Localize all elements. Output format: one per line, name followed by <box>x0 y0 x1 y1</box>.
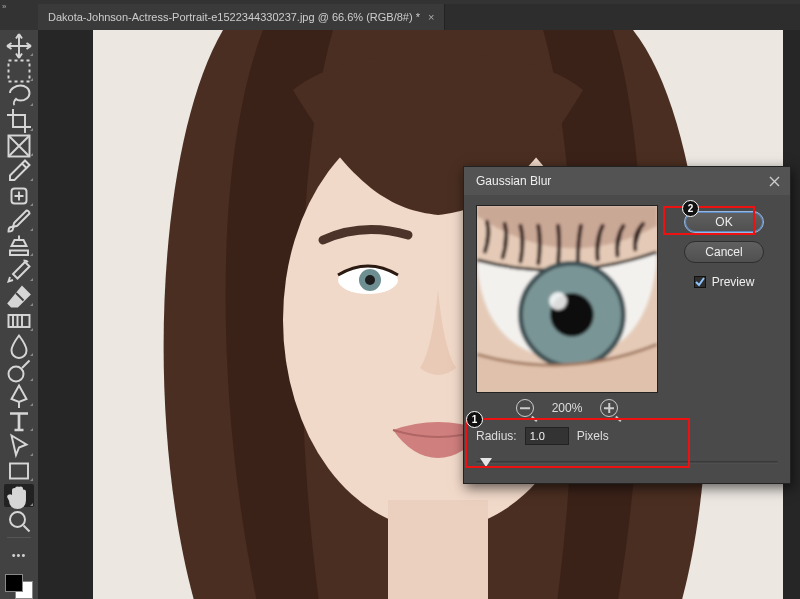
zoom-tool[interactable] <box>4 509 34 532</box>
marquee-tool[interactable] <box>4 59 34 82</box>
svg-point-20 <box>549 292 567 310</box>
path-select-tool[interactable] <box>4 434 34 457</box>
cancel-button[interactable]: Cancel <box>684 241 764 263</box>
color-swatches[interactable] <box>5 574 33 599</box>
hand-tool[interactable] <box>4 484 34 507</box>
svg-rect-5 <box>10 463 28 478</box>
svg-point-12 <box>365 275 375 285</box>
annotation-badge-1: 1 <box>466 411 483 428</box>
toolbox: ••• <box>0 30 38 599</box>
move-tool[interactable] <box>4 34 34 57</box>
foreground-color-swatch[interactable] <box>5 574 23 592</box>
filter-preview[interactable] <box>476 205 658 393</box>
rectangle-tool[interactable] <box>4 459 34 482</box>
svg-point-4 <box>9 366 24 381</box>
slider-thumb[interactable] <box>480 458 492 467</box>
lasso-tool[interactable] <box>4 84 34 107</box>
dialog-titlebar[interactable]: Gaussian Blur <box>464 167 790 195</box>
healing-brush-tool[interactable] <box>4 184 34 207</box>
gaussian-blur-dialog: Gaussian Blur <box>463 166 791 484</box>
radius-units: Pixels <box>577 429 609 443</box>
svg-rect-0 <box>9 60 30 81</box>
svg-rect-3 <box>9 315 30 327</box>
panel-expand-icon[interactable]: » <box>2 2 6 11</box>
document-tab-label: Dakota-Johnson-Actress-Portrait-e1522344… <box>48 11 420 23</box>
clone-stamp-tool[interactable] <box>4 234 34 257</box>
document-tab-bar: Dakota-Johnson-Actress-Portrait-e1522344… <box>38 4 800 30</box>
eyedropper-tool[interactable] <box>4 159 34 182</box>
history-brush-tool[interactable] <box>4 259 34 282</box>
close-icon[interactable] <box>766 173 782 189</box>
type-tool[interactable] <box>4 409 34 432</box>
radius-label: Radius: <box>476 429 517 443</box>
dialog-title: Gaussian Blur <box>476 174 551 188</box>
zoom-percent: 200% <box>552 401 583 415</box>
preview-label: Preview <box>712 275 755 289</box>
pen-tool[interactable] <box>4 384 34 407</box>
eraser-tool[interactable] <box>4 284 34 307</box>
dodge-tool[interactable] <box>4 359 34 382</box>
blur-tool[interactable] <box>4 334 34 357</box>
crop-tool[interactable] <box>4 109 34 132</box>
zoom-out-button[interactable] <box>516 399 534 417</box>
annotation-badge-2: 2 <box>682 200 699 217</box>
radius-slider[interactable] <box>476 455 778 469</box>
svg-point-6 <box>10 512 25 527</box>
brush-tool[interactable] <box>4 209 34 232</box>
frame-tool[interactable] <box>4 134 34 157</box>
document-tab[interactable]: Dakota-Johnson-Actress-Portrait-e1522344… <box>38 4 445 30</box>
close-icon[interactable]: × <box>428 11 434 23</box>
zoom-in-button[interactable] <box>600 399 618 417</box>
preview-checkbox[interactable] <box>694 276 706 288</box>
gradient-tool[interactable] <box>4 309 34 332</box>
svg-rect-9 <box>388 500 488 599</box>
radius-input[interactable] <box>525 427 569 445</box>
edit-toolbar[interactable]: ••• <box>4 545 34 566</box>
